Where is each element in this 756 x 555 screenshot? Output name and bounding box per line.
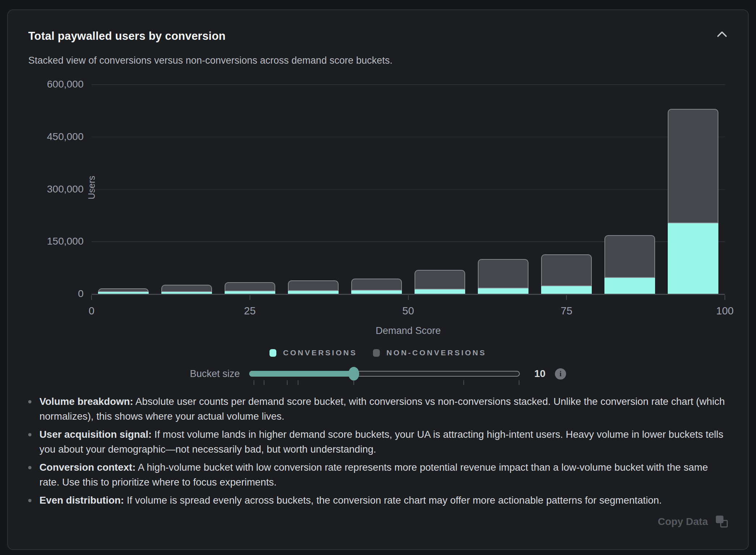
non-conversions-segment <box>161 285 212 292</box>
bar-10-20 <box>161 285 212 294</box>
note-text: User acquisition signal: If most volume … <box>39 427 728 457</box>
x-tick <box>250 295 250 300</box>
slider-tick <box>519 380 519 385</box>
bucket-size-value: 10 <box>534 368 545 380</box>
non-conversions-segment <box>604 235 655 278</box>
x-tick-label: 75 <box>561 305 572 317</box>
slider-fill <box>249 371 354 377</box>
conversions-segment <box>668 223 718 294</box>
x-tick-label: 50 <box>402 305 414 317</box>
y-axis-title: Users <box>86 176 97 199</box>
conversions-segment <box>288 291 339 294</box>
gridline <box>92 189 725 190</box>
conversions-segment <box>415 289 465 294</box>
bar-30-40 <box>288 280 339 294</box>
non-conversions-segment <box>288 280 339 291</box>
note-item: User acquisition signal: If most volume … <box>28 427 728 457</box>
copy-data-button[interactable]: Copy Data <box>658 516 728 528</box>
non-conversions-segment <box>98 288 149 292</box>
non-conversions-segment <box>351 279 402 291</box>
gridline <box>92 137 725 137</box>
bullet-dot <box>28 400 31 403</box>
slider-tick <box>298 380 298 385</box>
x-tick <box>566 295 567 300</box>
bar-0-10 <box>98 288 149 294</box>
x-tick <box>408 295 409 300</box>
legend-item-non-conversions[interactable]: NON-CONVERSIONS <box>373 348 486 357</box>
copy-icon <box>716 516 728 528</box>
note-item: Volume breakdown: Absolute user counts p… <box>28 394 728 424</box>
slider-tick <box>353 380 354 385</box>
info-icon[interactable]: i <box>555 368 566 380</box>
legend-item-conversions[interactable]: CONVERSIONS <box>269 348 357 357</box>
non-conversions-segment <box>541 254 592 286</box>
conversions-segment <box>478 288 528 294</box>
x-tick <box>725 295 725 300</box>
bullet-dot <box>28 433 31 436</box>
legend-label: CONVERSIONS <box>283 348 357 357</box>
slider-tick <box>264 380 264 385</box>
x-axis-title: Demand Score <box>375 325 441 336</box>
bar-80-90 <box>604 235 655 294</box>
chevron-up-icon <box>717 31 727 41</box>
gridline <box>92 84 725 85</box>
y-tick-label: 300,000 <box>22 183 84 195</box>
y-tick-label: 600,000 <box>22 79 84 90</box>
y-tick-label: 150,000 <box>22 236 84 247</box>
x-tick-label: 100 <box>716 305 734 317</box>
bullet-dot <box>28 499 31 502</box>
page-title: Total paywalled users by conversion <box>28 30 226 43</box>
card-footer: Copy Data <box>28 516 728 528</box>
non-conversions-segment <box>668 109 718 224</box>
x-tick <box>91 295 92 300</box>
conversions-segment <box>351 291 402 294</box>
legend-swatch <box>373 349 380 357</box>
bar-50-60 <box>415 270 465 294</box>
chart-card: Total paywalled users by conversion Stac… <box>7 9 749 550</box>
note-text: Volume breakdown: Absolute user counts p… <box>39 394 728 424</box>
chart-legend: CONVERSIONSNON-CONVERSIONS <box>28 348 728 357</box>
legend-swatch <box>269 349 276 357</box>
bar-70-80 <box>541 254 592 294</box>
note-text: Conversion context: A high-volume bucket… <box>39 460 728 490</box>
x-tick-label: 0 <box>89 305 94 317</box>
bar-20-30 <box>225 282 275 294</box>
bar-40-50 <box>351 279 402 294</box>
x-tick-label: 25 <box>244 305 256 317</box>
non-conversions-segment <box>478 259 528 288</box>
notes-list: Volume breakdown: Absolute user counts p… <box>28 394 728 508</box>
bucket-size-control: Bucket size 10 i <box>28 368 728 380</box>
y-tick-label: 0 <box>22 288 84 300</box>
bar-60-70 <box>478 259 528 294</box>
slider-tick <box>254 380 254 385</box>
non-conversions-segment <box>415 270 465 290</box>
plot-region: Users Demand Score 600,000450,000300,000… <box>92 84 725 295</box>
note-item: Conversion context: A high-volume bucket… <box>28 460 728 490</box>
conversions-segment <box>161 292 212 294</box>
copy-data-label: Copy Data <box>658 516 708 528</box>
note-item: Even distribution: If volume is spread e… <box>28 493 728 508</box>
non-conversions-segment <box>225 282 275 292</box>
bucket-size-slider[interactable] <box>249 371 520 377</box>
chart-area: Users Demand Score 600,000450,000300,000… <box>28 83 728 342</box>
collapse-button[interactable] <box>716 30 728 42</box>
conversions-segment <box>604 278 655 294</box>
bar-90-100 <box>668 109 718 294</box>
slider-thumb[interactable] <box>348 367 359 381</box>
conversions-segment <box>225 291 275 294</box>
bucket-size-label: Bucket size <box>190 368 240 380</box>
bullet-dot <box>28 466 31 469</box>
slider-tick <box>463 380 464 385</box>
conversions-segment <box>541 286 592 294</box>
legend-label: NON-CONVERSIONS <box>386 348 486 357</box>
conversions-segment <box>98 292 149 294</box>
chart-subtitle: Stacked view of conversions versus non-c… <box>28 55 728 66</box>
card-header: Total paywalled users by conversion <box>28 30 728 43</box>
note-text: Even distribution: If volume is spread e… <box>39 493 662 508</box>
y-tick-label: 450,000 <box>22 131 84 143</box>
slider-tick <box>287 380 288 385</box>
